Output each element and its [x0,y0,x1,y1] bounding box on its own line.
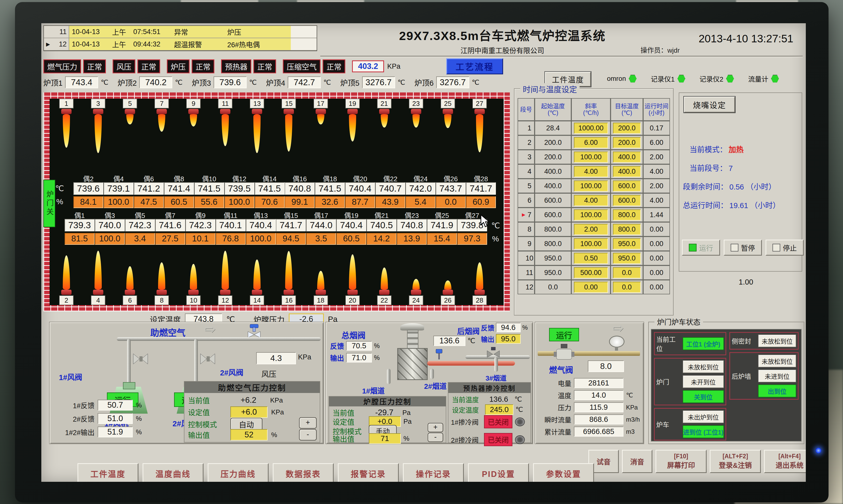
door-status-item: 出到位 [758,384,796,397]
target-temp-input[interactable]: 0.0 [613,267,641,278]
screen-print-button[interactable]: [F10]屏幕打印 [656,450,706,473]
thermocouple-label: 偶6 [144,174,154,182]
run-time-cell: 0.00 [643,236,670,251]
output-decrease-button[interactable]: - [428,433,443,442]
status-badge-label: 预热器 [221,59,251,73]
target-temp-input[interactable]: 200.0 [613,123,641,134]
title-block: 29X7.3X8.5m台车式燃气炉控温系统 江阴中南重工股份有限公司 [330,26,674,55]
bottom-nav-button[interactable]: PID设置 [468,463,529,482]
device-indicators: omron 记录仪1 记录仪2 流量计 [607,74,779,84]
burner-body [157,290,167,295]
bottom-nav-button[interactable]: 温度曲线 [143,463,203,482]
alarm-row-filler [291,38,317,50]
target-temp-input[interactable]: 200.0 [613,137,641,148]
door-status-items: 工位1 (全炉) [683,337,724,350]
thermocouple-label: 偶15 [284,210,298,219]
thermocouple-label: 偶1 [74,210,85,219]
thermocouple-readout: 偶19 740.4 60.5 [336,210,366,245]
output-value: 71.0 [346,353,372,362]
mute-button[interactable]: 消音 [622,450,652,473]
burner-number: 28 [472,295,487,305]
slope-input[interactable]: 4.00 [574,195,608,206]
alarm-row[interactable]: 11 10-04-13 上午 07:54:51 异常 炉压 [44,26,317,38]
thermocouple-temp: 741.5 [255,182,285,195]
burner-flame-icon [190,114,197,127]
gas-readout-unit: m3 [626,428,634,435]
bottom-nav-button[interactable]: 工件温度 [77,463,139,482]
target-temp-input[interactable]: 600.0 [613,195,641,206]
air-pressure-value: 4.3 [256,352,296,364]
device-indicator: 流量计 [748,74,779,84]
target-temp-input[interactable]: 0.0 [613,282,641,293]
bottom-nav-button[interactable]: 参数设置 [533,463,594,482]
flue-sensor-icon [434,349,444,360]
alarm-row[interactable]: ▶ 12 10-04-13 上午 09:44:32 超温报警 26#热电偶 [44,38,317,51]
segment-value: 11 [526,269,533,277]
set-value-input[interactable]: +6.0 [230,407,268,418]
burner: 16 [279,251,298,305]
door-car-status-group: 炉门炉车状态 当前工位 工位1 (全炉) [648,322,804,444]
gas-valve-label: 燃气阀 [549,363,573,375]
burner: 26 [438,281,458,305]
bottom-nav-button[interactable]: 数据报表 [273,463,334,482]
nozzle-setting-button[interactable]: 烧嘴设定 [684,96,735,112]
run-checkbox[interactable]: 运行 [682,240,720,256]
col-header-slope: 斜率 (℃/h) [571,98,611,121]
target-temp-input[interactable]: 600.0 [613,180,641,192]
bottom-nav-button[interactable]: 压力曲线 [208,463,269,482]
thermocouple-temp: 740.1 [216,219,246,231]
feedback-label: 反馈 [330,341,344,351]
thermocouple-temp: 739.1 [104,182,133,195]
exit-system-button[interactable]: [Alt+F4]退出系统 [764,450,806,473]
status-badge-label: 炉压 [167,59,190,73]
target-temp-input[interactable]: 800.0 [613,210,641,220]
output-increase-button[interactable]: + [299,417,317,429]
slope-input[interactable]: 0.50 [574,253,608,264]
door-status-item: 工位1 (全炉) [683,337,724,350]
bottom-nav-button[interactable]: 报警记录 [338,463,399,482]
slope-input[interactable]: 100.00 [574,151,608,163]
slope-input[interactable]: 0.00 [574,282,608,293]
output-increase-button[interactable]: + [428,423,443,432]
burner: 21 [375,98,394,169]
slope-input[interactable]: 2.00 [574,224,608,235]
bottom-nav-button[interactable]: 操作记录 [403,463,464,482]
control-mode-button[interactable]: 自动 [230,418,263,431]
thermocouple-temp: 740.0 [95,219,125,231]
stop-checkbox[interactable]: 停止 [766,240,804,256]
output-value-input[interactable]: 71 [369,433,401,444]
burner: 25 [438,98,458,169]
output-value-input[interactable]: 52 [230,429,268,440]
cooling-valve-status: 已关闭 [484,433,513,446]
slope-input[interactable]: 4.00 [574,166,608,177]
slope-input[interactable]: 6.00 [574,137,608,148]
door-status-label: 侧密封 [732,336,756,345]
slope-input[interactable]: 100.00 [574,238,608,249]
target-temp-input[interactable]: 950.0 [613,238,641,249]
set-temp-input[interactable]: 245.0 [485,404,514,415]
process-flow-button[interactable]: 工艺流程 [446,58,503,74]
target-temp-input[interactable]: 800.0 [613,224,641,235]
thermocouple-label: 偶23 [405,210,419,219]
login-logout-button[interactable]: [ALT+F2]登录&注销 [710,450,761,473]
roof-temp-unit: ℃ [323,78,331,87]
pause-checkbox[interactable]: 暂停 [724,240,762,256]
output-decrease-button[interactable]: - [299,429,317,440]
run-time-cell: 4.00 [643,164,670,179]
target-temp-input[interactable]: 400.0 [613,151,641,163]
slope-input[interactable]: 1000.00 [574,123,608,134]
current-segment-arrow: ► [521,212,526,218]
target-temp-input[interactable]: 400.0 [613,166,641,177]
rear-output-value[interactable]: 95.0 [496,334,521,344]
slope-input[interactable]: 500.00 [574,267,608,278]
target-temp-input[interactable]: 950.0 [613,253,641,264]
start-temp-cell: 800.0 [535,222,571,236]
alarm-list[interactable]: 11 10-04-13 上午 07:54:51 异常 炉压 ▶ 12 10-04… [43,25,317,51]
burner: 28 [470,262,489,305]
slope-input[interactable]: 100.00 [574,210,608,220]
status-badge-value: 正常 [323,59,345,73]
alarm-time: 07:54:51 [131,26,172,38]
door-status-label: 炉车 [656,419,681,429]
gas-readout-value: 115.9 [574,402,624,412]
slope-input[interactable]: 100.00 [574,180,608,192]
